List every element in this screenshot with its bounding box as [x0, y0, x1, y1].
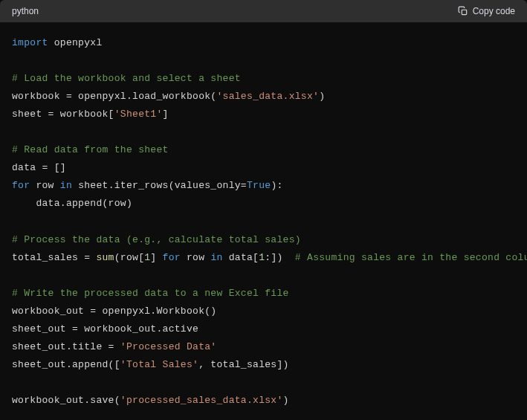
code-line: import openpyxl: [12, 34, 515, 52]
code-token: , total_sales]): [198, 359, 289, 370]
svg-rect-0: [462, 10, 466, 14]
code-token: :]): [265, 252, 295, 263]
code-token: 'sales_data.xlsx': [216, 91, 319, 102]
code-line: data = []: [12, 159, 515, 177]
code-content[interactable]: import openpyxl # Load the workbook and …: [0, 22, 527, 420]
code-token: ): [283, 395, 289, 406]
code-line: [12, 213, 515, 230]
code-line: sheet_out = workbook_out.active: [12, 320, 515, 338]
code-line: # Load the workbook and select a sheet: [12, 70, 515, 88]
code-token: sheet.iter_rows(values_only=: [72, 180, 247, 191]
copy-button-label: Copy code: [473, 6, 515, 16]
code-line: # Write the processed data to a new Exce…: [12, 285, 515, 303]
code-token: workbook_out.save(: [12, 395, 120, 406]
code-token: sheet_out.title =: [12, 341, 120, 352]
code-line: workbook = openpyxl.load_workbook('sales…: [12, 88, 515, 106]
code-token: ):: [271, 180, 282, 191]
code-line: workbook_out = openpyxl.Workbook(): [12, 303, 515, 320]
code-token: # Process the data (e.g., calculate tota…: [12, 234, 301, 245]
code-token: for: [12, 180, 30, 191]
code-token: (row[: [114, 252, 145, 263]
code-token: 'Sheet1': [114, 109, 163, 120]
code-token: # Assuming sales are in the second colum…: [295, 252, 527, 263]
code-token: row: [181, 252, 211, 263]
code-line: sheet = workbook['Sheet1']: [12, 106, 515, 123]
language-label: python: [12, 6, 39, 16]
code-token: sheet = workbook[: [12, 109, 114, 120]
code-line: for row in sheet.iter_rows(values_only=T…: [12, 177, 515, 195]
code-token: total_sales =: [12, 252, 96, 263]
code-header: python Copy code: [0, 0, 527, 22]
code-token: sum: [96, 252, 114, 263]
code-token: in: [210, 252, 222, 263]
code-line: [12, 267, 515, 285]
copy-code-button[interactable]: Copy code: [458, 6, 515, 16]
code-token: ]: [163, 109, 169, 120]
code-line: sheet_out.append(['Total Sales', total_s…: [12, 356, 515, 374]
code-block: python Copy code import openpyxl # Load …: [0, 0, 527, 420]
code-line: workbook_out.save('processed_sales_data.…: [12, 392, 515, 410]
code-token: sheet_out = workbook_out.active: [12, 323, 198, 335]
code-line: [12, 123, 515, 141]
code-line: # Read data from the sheet: [12, 141, 515, 159]
code-token: row: [30, 180, 60, 191]
code-line: data.append(row): [12, 195, 515, 213]
code-token: openpyxl: [48, 37, 103, 48]
code-token: workbook = openpyxl.load_workbook(: [12, 91, 216, 102]
code-token: 'Processed Data': [120, 341, 217, 352]
code-line: total_sales = sum(row[1] for row in data…: [12, 249, 515, 267]
code-token: for: [163, 252, 181, 263]
code-token: sheet_out.append([: [12, 359, 120, 370]
code-token: import: [12, 37, 48, 48]
code-token: workbook_out = openpyxl.Workbook(): [12, 306, 216, 317]
code-token: ]: [150, 252, 162, 263]
code-token: data.append(row): [12, 198, 132, 209]
code-token: # Write the processed data to a new Exce…: [12, 288, 289, 299]
code-token: data[: [223, 252, 259, 263]
code-line: [12, 374, 515, 392]
code-token: # Load the workbook and select a sheet: [12, 73, 241, 84]
code-token: # Read data from the sheet: [12, 144, 169, 155]
code-token: data = []: [12, 162, 66, 173]
code-line: [12, 52, 515, 70]
code-token: ): [319, 91, 325, 102]
code-token: 'Total Sales': [120, 359, 198, 370]
code-token: in: [60, 180, 72, 191]
code-line: # Process the data (e.g., calculate tota…: [12, 231, 515, 249]
copy-icon: [458, 6, 468, 16]
code-line: sheet_out.title = 'Processed Data': [12, 338, 515, 356]
code-token: True: [247, 180, 271, 191]
code-token: 'processed_sales_data.xlsx': [120, 395, 283, 406]
